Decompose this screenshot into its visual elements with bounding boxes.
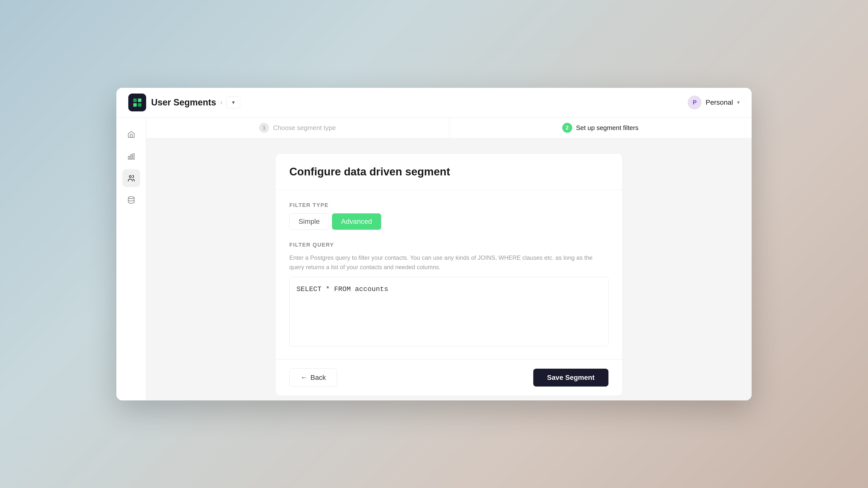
home-icon: [127, 130, 135, 138]
svg-point-3: [129, 175, 131, 177]
breadcrumb: User Segments › ▾: [151, 97, 240, 108]
svg-rect-0: [128, 156, 129, 159]
body: 1 Choose segment type 2 Set up segment f…: [116, 118, 752, 400]
logo-dot-1: [133, 98, 137, 102]
breadcrumb-separator: ›: [220, 98, 222, 106]
step-2-number: 2: [562, 123, 572, 133]
step-2: 2 Set up segment filters: [449, 118, 752, 138]
app-window: User Segments › ▾ P Personal ▾: [116, 88, 752, 400]
users-icon: [127, 174, 135, 182]
app-logo: [128, 94, 146, 111]
card-title: Configure data driven segment: [289, 165, 609, 178]
user-chevron-icon[interactable]: ▾: [737, 99, 740, 106]
sidebar-item-analytics[interactable]: [122, 148, 140, 165]
logo-dot-3: [133, 103, 137, 107]
step-1: 1 Choose segment type: [146, 118, 449, 138]
content-area: Configure data driven segment FILTER TYP…: [146, 138, 752, 400]
step-2-label: Set up segment filters: [576, 124, 639, 132]
save-segment-button[interactable]: Save Segment: [533, 369, 609, 387]
back-button[interactable]: ← Back: [289, 368, 337, 387]
logo-dot-4: [138, 103, 142, 107]
main-content: 1 Choose segment type 2 Set up segment f…: [146, 118, 752, 400]
svg-point-4: [128, 196, 134, 198]
card-footer: ← Back Save Segment: [275, 359, 622, 396]
filter-type-label: FILTER TYPE: [289, 202, 609, 208]
sidebar: [116, 118, 146, 400]
filter-btn-advanced[interactable]: Advanced: [332, 214, 381, 230]
back-button-label: Back: [310, 373, 326, 382]
user-name: Personal: [706, 98, 733, 106]
sidebar-item-home[interactable]: [122, 126, 140, 143]
filter-query-label: FILTER QUERY: [289, 242, 609, 248]
breadcrumb-dropdown[interactable]: ▾: [226, 97, 240, 108]
card-header: Configure data driven segment: [275, 154, 622, 190]
user-badge: P Personal ▾: [688, 96, 740, 109]
filter-btn-simple[interactable]: Simple: [289, 214, 329, 230]
bar-chart-icon: [127, 152, 135, 160]
filter-query-description: Enter a Postgres query to filter your co…: [289, 253, 609, 272]
logo-dot-2: [138, 98, 142, 102]
step-1-number: 1: [259, 123, 269, 133]
step-1-label: Choose segment type: [273, 124, 336, 132]
chevron-down-icon: ▾: [232, 99, 235, 106]
database-icon: [127, 196, 135, 204]
filter-query-textarea[interactable]: [289, 277, 609, 346]
avatar: P: [688, 96, 702, 109]
card-body: FILTER TYPE Simple Advanced FILTER QUERY…: [275, 190, 622, 359]
filter-type-row: Simple Advanced: [289, 214, 609, 230]
header: User Segments › ▾ P Personal ▾: [116, 88, 752, 118]
back-arrow-icon: ←: [301, 373, 307, 382]
svg-rect-2: [133, 154, 134, 159]
sidebar-item-segments[interactable]: [122, 169, 140, 187]
sidebar-item-database[interactable]: [122, 191, 140, 209]
svg-rect-1: [130, 155, 132, 159]
page-title: User Segments: [151, 97, 216, 108]
step-bar: 1 Choose segment type 2 Set up segment f…: [146, 118, 752, 138]
config-card: Configure data driven segment FILTER TYP…: [275, 153, 623, 396]
